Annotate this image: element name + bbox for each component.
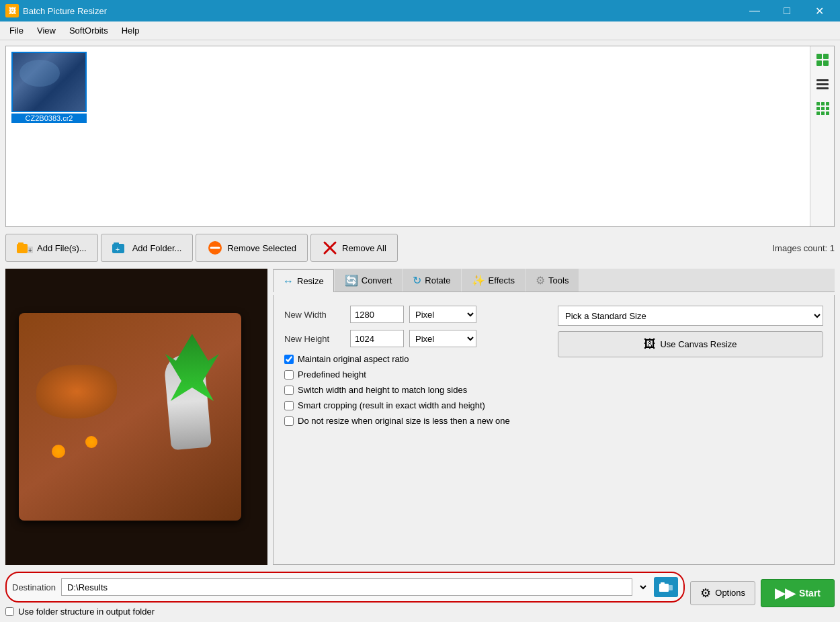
- list-view-button[interactable]: [813, 75, 832, 93]
- add-folder-button[interactable]: + Add Folder...: [101, 234, 194, 262]
- svg-rect-5: [816, 83, 829, 85]
- menu-file[interactable]: File: [3, 23, 30, 38]
- large-thumbnail-view-button[interactable]: [813, 50, 832, 69]
- width-row: New Width Pixel Percent Inch Cm: [284, 306, 550, 323]
- gallery-content: CZ2B0383.cr2: [6, 46, 810, 226]
- predefined-height-label: Predefined height: [298, 369, 366, 380]
- add-files-label: Add File(s)...: [37, 243, 87, 253]
- add-folder-icon: +: [112, 240, 128, 256]
- remove-all-button[interactable]: Remove All: [310, 234, 398, 262]
- add-files-button[interactable]: + Add File(s)...: [5, 234, 98, 262]
- predefined-height-row: Predefined height: [284, 369, 550, 380]
- smart-crop-row: Smart cropping (result in exact width an…: [284, 400, 550, 410]
- svg-rect-7: [816, 102, 820, 105]
- destination-dropdown[interactable]: ▼: [638, 582, 648, 592]
- tab-tools[interactable]: ⚙ Tools: [526, 269, 579, 292]
- maintain-aspect-checkbox[interactable]: [284, 355, 294, 364]
- gallery-sidebar: [810, 46, 834, 226]
- tab-rotate-label: Rotate: [425, 275, 450, 285]
- checkboxes-area: Maintain original aspect ratio Predefine…: [284, 354, 550, 431]
- standard-size-select[interactable]: Pick a Standard Size 800x600 1024x768 12…: [558, 306, 823, 326]
- resize-grid: New Width Pixel Percent Inch Cm New Heig…: [284, 306, 823, 431]
- svg-rect-28: [661, 582, 665, 585]
- food-tray: [19, 313, 242, 521]
- svg-rect-29: [669, 585, 673, 590]
- options-button[interactable]: ⚙ Options: [690, 581, 755, 605]
- tab-rotate[interactable]: ↻ Rotate: [403, 269, 460, 292]
- svg-rect-1: [823, 54, 829, 59]
- svg-rect-2: [816, 60, 822, 66]
- minimize-button[interactable]: —: [739, 0, 770, 21]
- svg-rect-14: [821, 112, 825, 115]
- tab-convert[interactable]: 🔄 Convert: [335, 269, 403, 292]
- remove-selected-icon: [207, 240, 223, 256]
- maintain-aspect-row: Maintain original aspect ratio: [284, 354, 550, 364]
- svg-rect-6: [816, 87, 829, 89]
- close-button[interactable]: ✕: [804, 0, 835, 21]
- destination-browse-button[interactable]: [654, 577, 678, 597]
- width-unit-select[interactable]: Pixel Percent Inch Cm: [409, 306, 476, 323]
- preview-area: [5, 269, 267, 565]
- menu-help[interactable]: Help: [115, 23, 146, 38]
- canvas-resize-icon: 🖼: [644, 337, 656, 351]
- svg-rect-11: [821, 107, 825, 110]
- tab-convert-label: Convert: [362, 275, 392, 285]
- remove-all-icon: [322, 240, 338, 256]
- preview-image: [5, 269, 267, 565]
- food-small-2: [85, 436, 97, 448]
- predefined-height-checkbox[interactable]: [284, 370, 294, 380]
- use-folder-checkbox[interactable]: [5, 607, 14, 616]
- svg-rect-12: [826, 107, 829, 110]
- image-thumbnail[interactable]: CZ2B0383.cr2: [11, 52, 87, 123]
- destination-input[interactable]: [61, 578, 632, 596]
- no-resize-label: Do not resize when original size is less…: [298, 416, 510, 426]
- app-title: Batch Picture Resizer: [23, 6, 739, 16]
- resize-panel: New Width Pixel Percent Inch Cm New Heig…: [273, 295, 835, 565]
- resize-left: New Width Pixel Percent Inch Cm New Heig…: [284, 306, 550, 431]
- title-bar: 🖼 Batch Picture Resizer — □ ✕: [0, 0, 840, 21]
- tab-tools-label: Tools: [548, 275, 569, 285]
- grid-view-button[interactable]: [813, 99, 832, 118]
- width-input[interactable]: [350, 306, 404, 323]
- maintain-aspect-label: Maintain original aspect ratio: [298, 354, 409, 364]
- remove-selected-button[interactable]: Remove Selected: [196, 234, 308, 262]
- app-icon: 🖼: [5, 4, 19, 17]
- resize-right: Pick a Standard Size 800x600 1024x768 12…: [558, 306, 823, 431]
- tools-icon: ⚙: [536, 274, 545, 287]
- height-unit-select[interactable]: Pixel Percent Inch Cm: [409, 330, 476, 347]
- smart-crop-label: Smart cropping (result in exact width an…: [298, 400, 485, 410]
- start-button[interactable]: ▶▶ Start: [761, 579, 835, 607]
- height-input[interactable]: [350, 330, 404, 347]
- canvas-resize-label: Use Canvas Resize: [660, 339, 737, 349]
- start-label: Start: [799, 588, 821, 598]
- tab-effects-label: Effects: [489, 275, 515, 285]
- toolbar: + Add File(s)... + Add Folder...: [5, 231, 835, 265]
- images-count: Images count: 1: [773, 243, 835, 253]
- options-gear-icon: ⚙: [700, 586, 711, 601]
- switch-wh-checkbox[interactable]: [284, 386, 294, 395]
- convert-icon: 🔄: [345, 274, 358, 287]
- remove-selected-label: Remove Selected: [227, 243, 296, 253]
- menu-softorbits[interactable]: SoftOrbits: [62, 23, 115, 38]
- destination-bar: Destination ▼: [5, 572, 685, 603]
- thumbnail-label: CZ2B0383.cr2: [11, 114, 87, 123]
- tab-effects[interactable]: ✨ Effects: [462, 269, 526, 292]
- maximize-button[interactable]: □: [771, 0, 802, 21]
- effects-icon: ✨: [472, 274, 485, 287]
- svg-text:+: +: [115, 245, 119, 253]
- menu-view[interactable]: View: [30, 23, 62, 38]
- window-controls: — □ ✕: [739, 0, 835, 21]
- no-resize-checkbox[interactable]: [284, 416, 294, 426]
- svg-rect-9: [826, 102, 829, 105]
- add-folder-label: Add Folder...: [132, 243, 182, 253]
- canvas-resize-button[interactable]: 🖼 Use Canvas Resize: [558, 331, 823, 357]
- svg-rect-16: [17, 244, 28, 253]
- resize-icon: ↔: [283, 275, 294, 287]
- tab-resize[interactable]: ↔ Resize: [273, 269, 334, 292]
- svg-rect-4: [816, 79, 829, 81]
- tabs: ↔ Resize 🔄 Convert ↻ Rotate ✨ Effects ⚙: [273, 269, 835, 292]
- height-label: New Height: [284, 334, 345, 344]
- add-files-icon: +: [17, 240, 33, 256]
- svg-rect-8: [821, 102, 825, 105]
- smart-crop-checkbox[interactable]: [284, 401, 294, 410]
